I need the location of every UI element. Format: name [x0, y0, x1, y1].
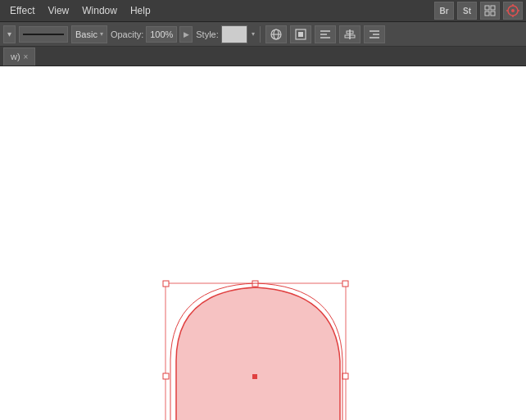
- opacity-value[interactable]: 100%: [146, 26, 177, 43]
- align-left-icon-btn[interactable]: [315, 25, 336, 43]
- tab-label: w): [11, 52, 20, 61]
- stroke-preview[interactable]: [19, 26, 68, 43]
- svg-rect-2: [485, 11, 489, 16]
- align-center-icon-btn[interactable]: [339, 25, 360, 43]
- tab-close-button[interactable]: ×: [24, 52, 29, 61]
- menu-window[interactable]: Window: [75, 2, 124, 19]
- menu-help[interactable]: Help: [124, 2, 157, 19]
- align-right-icon-btn[interactable]: [364, 25, 385, 43]
- shape-svg-container: [0, 66, 526, 420]
- bridge-label: Br: [439, 7, 448, 16]
- grid-icon: [484, 5, 496, 16]
- opacity-increment[interactable]: ▶: [179, 26, 193, 43]
- stroke-style-arrow: ▾: [100, 30, 103, 38]
- handle-tr[interactable]: [342, 281, 348, 287]
- handle-ml[interactable]: [163, 373, 169, 379]
- target-icon-btn[interactable]: [503, 2, 523, 20]
- style-label: Style:: [196, 29, 219, 39]
- align-left-icon: [319, 28, 332, 41]
- style-dropdown-arrow[interactable]: ▾: [252, 30, 255, 38]
- svg-rect-0: [485, 6, 489, 10]
- menu-effect[interactable]: Effect: [3, 2, 41, 19]
- opacity-label: Opacity:: [111, 29, 143, 39]
- style-preview-swatch[interactable]: [221, 25, 247, 43]
- document-tab[interactable]: w) ×: [3, 47, 35, 65]
- stroke-style-dropdown[interactable]: Basic ▾: [71, 25, 107, 43]
- align-center-icon: [343, 28, 356, 41]
- frame-icon: [294, 28, 307, 41]
- canvas-area[interactable]: [0, 66, 526, 420]
- grid-icon-btn[interactable]: [480, 2, 500, 20]
- globe-icon-btn[interactable]: [265, 25, 287, 43]
- handle-tl[interactable]: [163, 281, 169, 287]
- align-right-icon: [368, 28, 381, 41]
- svg-rect-1: [491, 6, 495, 10]
- style-section: Style: ▾: [196, 25, 255, 43]
- layer-dropdown-label: ▾: [7, 29, 11, 38]
- layer-dropdown[interactable]: ▾: [3, 25, 16, 43]
- opacity-section: Opacity: 100% ▶: [111, 26, 193, 43]
- frame-icon-btn[interactable]: [290, 25, 311, 43]
- menu-bar: Effect View Window Help Br St: [0, 0, 526, 22]
- handle-mr[interactable]: [342, 373, 348, 379]
- main-shape-fill[interactable]: [176, 287, 340, 420]
- stroke-line: [23, 34, 64, 35]
- stroke-style-label: Basic: [75, 29, 97, 39]
- stock-label: St: [463, 7, 471, 16]
- svg-point-5: [511, 9, 515, 12]
- stock-icon-btn[interactable]: St: [457, 2, 477, 20]
- toolbar-separator-1: [260, 26, 261, 43]
- svg-rect-14: [298, 32, 303, 37]
- target-icon: [506, 4, 519, 17]
- tab-bar: w) ×: [0, 47, 526, 66]
- toolbar: ▾ Basic ▾ Opacity: 100% ▶ Style: ▾: [0, 22, 526, 47]
- globe-icon: [270, 28, 283, 41]
- center-point: [252, 374, 257, 379]
- menu-view[interactable]: View: [41, 2, 75, 19]
- svg-rect-3: [491, 11, 495, 16]
- menu-app-icons: Br St: [434, 2, 523, 20]
- bridge-icon-btn[interactable]: Br: [434, 2, 454, 20]
